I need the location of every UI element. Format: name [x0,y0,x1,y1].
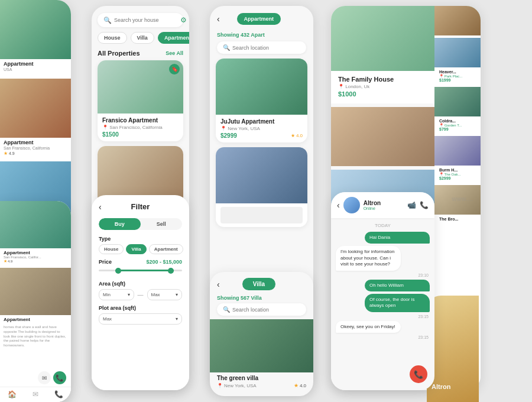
showing-row-6: Showing 567 Villa [210,294,313,303]
phone-call-icon[interactable]: 📞 [420,201,429,209]
plot-min-select[interactable]: Max ▾ [99,313,182,325]
sell-button[interactable]: Sell [141,218,183,230]
tab-apartment[interactable]: Apartment [158,32,189,44]
buy-button[interactable]: Buy [99,218,141,230]
sidebar-img-3 [434,136,481,166]
property-card-img-1: 🔖 [98,60,183,114]
listing-card-1[interactable]: JuJutu Appartment 📍 New York, USA $2999 … [216,59,307,142]
listing-loc-1: 📍 New York, USA [220,126,303,131]
altron-overlay: Altron [427,296,479,402]
tab-villa[interactable]: Villa [131,32,154,44]
apartment-topbar: ‹ Appartment [210,6,313,30]
section-header-2: All Properties See All [92,50,189,60]
apartment-tabs: Appartment [237,13,281,25]
listing-name-1: JuJutu Appartment [220,118,303,125]
phone-button-bl[interactable]: 📞 [53,371,66,384]
msg-bubble-2: Oh hello William [365,280,430,291]
property-info-1: Fransico Apartment 📍 San Francisco, Cali… [98,114,183,141]
filter-icon-2[interactable]: ⚙ [180,16,187,24]
bl-star-val-1: 4.9 [8,260,12,263]
chat-header: ‹ Altron Online 📹 📞 [331,192,434,218]
back-button-6[interactable]: ‹ [217,280,220,289]
listing-card-2[interactable] [216,147,307,227]
video-call-icon[interactable]: 📹 [407,201,416,209]
area-max-select[interactable]: Max ▾ [147,289,183,300]
back-button-3[interactable]: ‹ [217,14,220,24]
villa-image-6 [210,319,313,372]
area-row: Min ▾ — Max ▾ [99,289,182,300]
star-val-2: 4.9 [9,151,15,155]
listing-img-2 [216,147,307,203]
type-villa-btn[interactable]: Villa [126,244,146,254]
nav-msg-bl[interactable]: ✉ [33,390,38,398]
call-fab-button[interactable]: 📞 [410,365,427,383]
property-card-img-2 [98,146,183,199]
si-name-4: The Bro... [437,216,478,221]
showing-row-3: Showing 432 Apart [210,30,313,41]
villa-name-6: The green villa [210,372,313,382]
bl-name-1: Appartment [4,250,67,255]
tab-appartment-3[interactable]: Appartment [237,13,281,25]
property-name-1: Fransico Apartment [102,117,179,124]
filter-type-section: Type House Villa Apartment [92,234,189,257]
area-dash: — [138,291,144,298]
filter-back-button[interactable]: ‹ [99,202,102,212]
type-apartment-btn[interactable]: Apartment [149,244,183,254]
villa-tab[interactable]: Villa [242,278,275,290]
listing-img-1 [216,59,307,115]
nav-home-bl[interactable]: 🏠 [8,390,17,398]
chevron-down-icon-min: ▾ [128,292,130,297]
bl-star-icon-1: ★ [4,259,7,264]
phone-icon-bl: 📞 [54,390,63,398]
search-loc-6[interactable]: 🔍 [217,303,306,316]
price-label: Price [99,259,112,265]
section-title-2: All Properties [98,50,140,57]
msg-bubble-4: Okeey, see you on Friday! [336,321,401,333]
bl-star-1: ★ 4.9 [4,259,67,264]
nav-phone-bl[interactable]: 📞 [54,390,63,398]
si-price-3: $2999 [437,176,478,181]
type-buttons: House Villa Apartment [99,244,182,254]
type-house-btn[interactable]: House [99,244,124,254]
bookmark-icon-1[interactable]: 🔖 [169,64,180,74]
msg-bubble-3: Of course, the door is always open [365,294,430,312]
search-icon-3: 🔍 [223,44,230,51]
price-slider-left-thumb[interactable] [115,268,121,274]
si-loc-1: 📍 Park Plac... [437,74,478,78]
chevron-down-icon-plot-min: ▾ [176,316,178,322]
si-loc-2: 📍 Garden T... [437,123,478,127]
bl-img-1 [0,201,71,248]
search-bar-2[interactable]: 🔍 ⚙ [98,13,183,27]
si-name-3: Burm H... [437,167,478,172]
price-slider-track[interactable] [99,270,182,271]
listing-info-2 [216,203,307,227]
villa-topbar: ‹ Villa [210,272,313,294]
star-icon-2: ★ [4,151,8,156]
buy-sell-toggle: Buy Sell [99,218,182,230]
search-location-input-3[interactable] [232,45,300,51]
price-range-row: Price $200 - $15,000 [99,259,182,265]
search-loc-3[interactable]: 🔍 [217,41,306,54]
chat-contact-info: Altron Online [364,200,381,210]
villa-star-val-6: 4.0 [300,383,306,388]
chat-back-button[interactable]: ‹ [337,200,340,210]
search-location-input-6[interactable] [232,307,300,313]
search-icon-6: 🔍 [223,306,230,313]
filter-header: ‹ Filter [92,195,189,215]
chat-contact-name: Altron [364,200,381,206]
search-icon-2: 🔍 [103,17,112,24]
see-all-2[interactable]: See All [166,50,183,56]
price-slider-right-thumb[interactable] [168,268,174,274]
sidebar-item-3: Burm H... 📍 The Oak... $2999 [434,136,481,183]
property-card-1[interactable]: 🔖 Fransico Apartment 📍 San Francisco, Ca… [98,60,183,141]
tab-house[interactable]: House [98,32,127,44]
bl-description: homes that share a wall and have opposit… [0,324,71,349]
chat-date-label: TODAY [331,223,434,228]
search-input-2[interactable] [114,17,180,23]
message-button-bl[interactable]: ✉ [38,371,51,384]
plot-area-row: Max ▾ [99,313,182,325]
listing-star-1: ★ 4.0 [291,133,303,138]
si-name-1: Heaver... [437,69,478,74]
sidebar-item-0 [434,6,481,35]
area-min-select[interactable]: Min ▾ [99,289,134,300]
